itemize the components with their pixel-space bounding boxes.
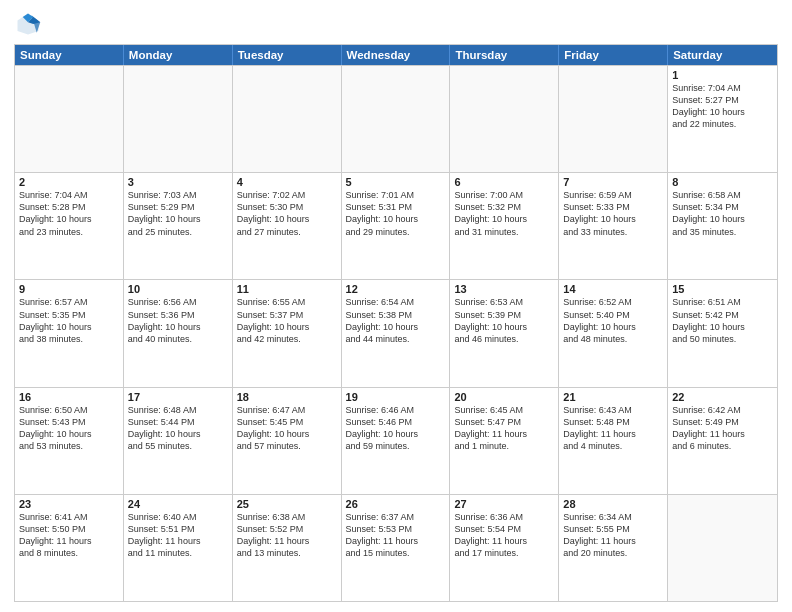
cell-day-number: 20 <box>454 391 554 403</box>
cell-info: Sunrise: 6:58 AM Sunset: 5:34 PM Dayligh… <box>672 189 773 238</box>
weekday-header-saturday: Saturday <box>668 45 777 65</box>
calendar-cell: 20Sunrise: 6:45 AM Sunset: 5:47 PM Dayli… <box>450 388 559 494</box>
cell-day-number: 2 <box>19 176 119 188</box>
cell-info: Sunrise: 6:40 AM Sunset: 5:51 PM Dayligh… <box>128 511 228 560</box>
calendar-cell: 21Sunrise: 6:43 AM Sunset: 5:48 PM Dayli… <box>559 388 668 494</box>
cell-info: Sunrise: 6:48 AM Sunset: 5:44 PM Dayligh… <box>128 404 228 453</box>
cell-day-number: 17 <box>128 391 228 403</box>
cell-day-number: 18 <box>237 391 337 403</box>
cell-day-number: 21 <box>563 391 663 403</box>
logo-icon <box>14 10 42 38</box>
cell-day-number: 3 <box>128 176 228 188</box>
weekday-header-monday: Monday <box>124 45 233 65</box>
calendar-cell: 16Sunrise: 6:50 AM Sunset: 5:43 PM Dayli… <box>15 388 124 494</box>
cell-info: Sunrise: 6:56 AM Sunset: 5:36 PM Dayligh… <box>128 296 228 345</box>
cell-info: Sunrise: 6:50 AM Sunset: 5:43 PM Dayligh… <box>19 404 119 453</box>
calendar-cell: 27Sunrise: 6:36 AM Sunset: 5:54 PM Dayli… <box>450 495 559 601</box>
cell-day-number: 26 <box>346 498 446 510</box>
cell-info: Sunrise: 6:45 AM Sunset: 5:47 PM Dayligh… <box>454 404 554 453</box>
cell-day-number: 13 <box>454 283 554 295</box>
weekday-header-friday: Friday <box>559 45 668 65</box>
cell-day-number: 12 <box>346 283 446 295</box>
calendar-cell: 25Sunrise: 6:38 AM Sunset: 5:52 PM Dayli… <box>233 495 342 601</box>
calendar-row-2: 2Sunrise: 7:04 AM Sunset: 5:28 PM Daylig… <box>15 172 777 279</box>
calendar-header: SundayMondayTuesdayWednesdayThursdayFrid… <box>15 45 777 65</box>
calendar-cell: 6Sunrise: 7:00 AM Sunset: 5:32 PM Daylig… <box>450 173 559 279</box>
cell-info: Sunrise: 6:52 AM Sunset: 5:40 PM Dayligh… <box>563 296 663 345</box>
calendar-cell: 13Sunrise: 6:53 AM Sunset: 5:39 PM Dayli… <box>450 280 559 386</box>
cell-info: Sunrise: 7:02 AM Sunset: 5:30 PM Dayligh… <box>237 189 337 238</box>
cell-day-number: 4 <box>237 176 337 188</box>
cell-day-number: 27 <box>454 498 554 510</box>
cell-day-number: 28 <box>563 498 663 510</box>
calendar-cell: 7Sunrise: 6:59 AM Sunset: 5:33 PM Daylig… <box>559 173 668 279</box>
weekday-header-thursday: Thursday <box>450 45 559 65</box>
calendar-cell: 3Sunrise: 7:03 AM Sunset: 5:29 PM Daylig… <box>124 173 233 279</box>
cell-info: Sunrise: 7:04 AM Sunset: 5:28 PM Dayligh… <box>19 189 119 238</box>
calendar-row-5: 23Sunrise: 6:41 AM Sunset: 5:50 PM Dayli… <box>15 494 777 601</box>
cell-day-number: 23 <box>19 498 119 510</box>
calendar-cell <box>668 495 777 601</box>
calendar-cell: 26Sunrise: 6:37 AM Sunset: 5:53 PM Dayli… <box>342 495 451 601</box>
weekday-header-tuesday: Tuesday <box>233 45 342 65</box>
cell-info: Sunrise: 6:53 AM Sunset: 5:39 PM Dayligh… <box>454 296 554 345</box>
calendar-cell: 28Sunrise: 6:34 AM Sunset: 5:55 PM Dayli… <box>559 495 668 601</box>
calendar-cell: 12Sunrise: 6:54 AM Sunset: 5:38 PM Dayli… <box>342 280 451 386</box>
cell-info: Sunrise: 6:41 AM Sunset: 5:50 PM Dayligh… <box>19 511 119 560</box>
cell-day-number: 16 <box>19 391 119 403</box>
cell-day-number: 10 <box>128 283 228 295</box>
calendar-cell <box>342 66 451 172</box>
calendar-cell: 24Sunrise: 6:40 AM Sunset: 5:51 PM Dayli… <box>124 495 233 601</box>
calendar-cell: 23Sunrise: 6:41 AM Sunset: 5:50 PM Dayli… <box>15 495 124 601</box>
calendar-cell: 15Sunrise: 6:51 AM Sunset: 5:42 PM Dayli… <box>668 280 777 386</box>
cell-day-number: 6 <box>454 176 554 188</box>
cell-day-number: 1 <box>672 69 773 81</box>
calendar-cell <box>15 66 124 172</box>
calendar-cell <box>124 66 233 172</box>
calendar-cell: 8Sunrise: 6:58 AM Sunset: 5:34 PM Daylig… <box>668 173 777 279</box>
cell-info: Sunrise: 7:01 AM Sunset: 5:31 PM Dayligh… <box>346 189 446 238</box>
cell-info: Sunrise: 6:59 AM Sunset: 5:33 PM Dayligh… <box>563 189 663 238</box>
page: SundayMondayTuesdayWednesdayThursdayFrid… <box>0 0 792 612</box>
calendar-cell: 14Sunrise: 6:52 AM Sunset: 5:40 PM Dayli… <box>559 280 668 386</box>
cell-info: Sunrise: 7:04 AM Sunset: 5:27 PM Dayligh… <box>672 82 773 131</box>
calendar-cell <box>559 66 668 172</box>
cell-info: Sunrise: 6:38 AM Sunset: 5:52 PM Dayligh… <box>237 511 337 560</box>
calendar-cell: 1Sunrise: 7:04 AM Sunset: 5:27 PM Daylig… <box>668 66 777 172</box>
cell-day-number: 15 <box>672 283 773 295</box>
calendar-row-4: 16Sunrise: 6:50 AM Sunset: 5:43 PM Dayli… <box>15 387 777 494</box>
logo <box>14 10 46 38</box>
calendar-cell: 19Sunrise: 6:46 AM Sunset: 5:46 PM Dayli… <box>342 388 451 494</box>
calendar-body: 1Sunrise: 7:04 AM Sunset: 5:27 PM Daylig… <box>15 65 777 601</box>
header <box>14 10 778 38</box>
weekday-header-wednesday: Wednesday <box>342 45 451 65</box>
cell-day-number: 11 <box>237 283 337 295</box>
cell-info: Sunrise: 6:43 AM Sunset: 5:48 PM Dayligh… <box>563 404 663 453</box>
cell-info: Sunrise: 6:57 AM Sunset: 5:35 PM Dayligh… <box>19 296 119 345</box>
cell-info: Sunrise: 6:42 AM Sunset: 5:49 PM Dayligh… <box>672 404 773 453</box>
calendar-cell: 2Sunrise: 7:04 AM Sunset: 5:28 PM Daylig… <box>15 173 124 279</box>
cell-info: Sunrise: 6:51 AM Sunset: 5:42 PM Dayligh… <box>672 296 773 345</box>
calendar-row-1: 1Sunrise: 7:04 AM Sunset: 5:27 PM Daylig… <box>15 65 777 172</box>
calendar-cell <box>450 66 559 172</box>
cell-info: Sunrise: 6:46 AM Sunset: 5:46 PM Dayligh… <box>346 404 446 453</box>
cell-day-number: 5 <box>346 176 446 188</box>
calendar-row-3: 9Sunrise: 6:57 AM Sunset: 5:35 PM Daylig… <box>15 279 777 386</box>
cell-info: Sunrise: 6:54 AM Sunset: 5:38 PM Dayligh… <box>346 296 446 345</box>
calendar-cell: 18Sunrise: 6:47 AM Sunset: 5:45 PM Dayli… <box>233 388 342 494</box>
calendar-cell: 5Sunrise: 7:01 AM Sunset: 5:31 PM Daylig… <box>342 173 451 279</box>
calendar-cell: 11Sunrise: 6:55 AM Sunset: 5:37 PM Dayli… <box>233 280 342 386</box>
cell-day-number: 25 <box>237 498 337 510</box>
calendar-cell: 17Sunrise: 6:48 AM Sunset: 5:44 PM Dayli… <box>124 388 233 494</box>
calendar-cell <box>233 66 342 172</box>
cell-day-number: 9 <box>19 283 119 295</box>
cell-info: Sunrise: 6:37 AM Sunset: 5:53 PM Dayligh… <box>346 511 446 560</box>
cell-info: Sunrise: 6:34 AM Sunset: 5:55 PM Dayligh… <box>563 511 663 560</box>
cell-info: Sunrise: 6:47 AM Sunset: 5:45 PM Dayligh… <box>237 404 337 453</box>
cell-info: Sunrise: 7:03 AM Sunset: 5:29 PM Dayligh… <box>128 189 228 238</box>
cell-day-number: 14 <box>563 283 663 295</box>
cell-day-number: 24 <box>128 498 228 510</box>
calendar-cell: 22Sunrise: 6:42 AM Sunset: 5:49 PM Dayli… <box>668 388 777 494</box>
calendar-cell: 4Sunrise: 7:02 AM Sunset: 5:30 PM Daylig… <box>233 173 342 279</box>
calendar: SundayMondayTuesdayWednesdayThursdayFrid… <box>14 44 778 602</box>
